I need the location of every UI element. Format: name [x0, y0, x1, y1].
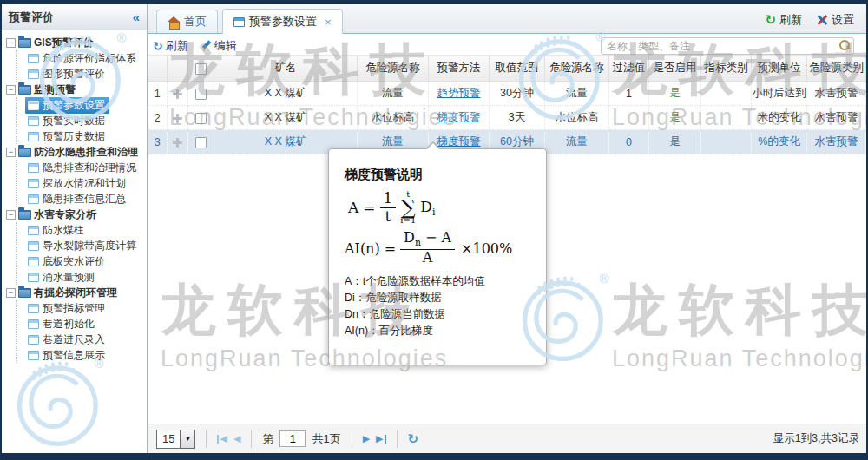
header-mine[interactable]: 矿名 — [214, 56, 358, 82]
tree-item-fracture-zone-height[interactable]: 导水裂隙带高度计算 — [20, 238, 145, 253]
page-icon — [28, 335, 39, 345]
search-box — [601, 37, 854, 55]
tree-item-graphic-warning-eval[interactable]: 图形预警评价 — [20, 66, 145, 82]
tree-collapse-icon[interactable]: − — [6, 288, 16, 298]
header-category[interactable]: 指标类别 — [701, 56, 752, 82]
tools-icon — [816, 14, 828, 26]
gradient-warning-link[interactable]: 梯度预警 — [437, 111, 481, 123]
prev-page-button[interactable]: ◀ — [233, 433, 240, 444]
window-icon — [233, 17, 245, 27]
search-icon[interactable] — [839, 40, 851, 51]
page-icon — [28, 132, 39, 141]
tree-item-roadway-init[interactable]: 巷道初始化 — [20, 316, 145, 332]
page-icon — [28, 163, 39, 173]
tree-item-floor-water-inrush-eval[interactable]: 底板突水评价 — [20, 253, 145, 269]
tree-item-waterproof-coal-pillar[interactable]: 防水煤柱 — [20, 222, 145, 238]
header-type[interactable]: 危险源类别 — [807, 56, 866, 82]
trend-warning-link[interactable]: 趋势预警 — [437, 87, 481, 99]
tab-bar: 首页 预警参数设置 × ↻ 刷新 设置 — [148, 4, 866, 34]
settings-button[interactable]: 设置 — [816, 12, 854, 28]
page-icon — [28, 351, 39, 360]
tree-item-warning-realtime-data[interactable]: 预警实时数据 — [20, 113, 145, 128]
tree-item-warning-indicator-mgmt[interactable]: 预警指标管理 — [20, 300, 145, 316]
header-method[interactable]: 预警方法 — [429, 56, 490, 82]
page-icon — [28, 226, 39, 235]
pagination-bar: 15 ▼ ◀ ◀ 第 共1页 ▶ ▶ ↻ 显示1到3,共3记录 — [148, 424, 866, 453]
last-page-button[interactable]: ▶ — [376, 433, 385, 444]
sidebar-collapse-icon[interactable]: « — [133, 10, 140, 24]
header-unit[interactable]: 预测单位 — [752, 56, 807, 82]
row-checkbox[interactable] — [195, 137, 207, 148]
refresh-button[interactable]: ↻ 刷新 — [765, 12, 802, 28]
select-all-checkbox[interactable] — [195, 63, 207, 75]
row-expand-icon[interactable] — [173, 89, 182, 99]
page-number-input[interactable] — [279, 430, 306, 447]
first-page-button[interactable]: ◀ — [217, 433, 227, 444]
folder-icon — [18, 38, 31, 48]
header-range[interactable]: 取值范围 — [490, 56, 545, 82]
table-row[interactable]: 1 X X 煤矿 流量 趋势预警 30分钟 流量 1 是 小时后达到 水害预警 — [148, 82, 866, 106]
tree-item-warning-info-display[interactable]: 预警信息展示 — [20, 347, 145, 363]
header-enabled[interactable]: 是否启用 — [649, 56, 701, 82]
page-icon — [28, 54, 39, 63]
row-expand-icon[interactable] — [173, 138, 182, 148]
header-rownum — [148, 56, 168, 82]
gradient-warning-popup: 梯度预警说明 A = 1t t∑i=1 Di AI(n) = Dn− A A ×… — [328, 148, 547, 365]
pencil-icon — [201, 40, 212, 51]
tree-item-warning-param-settings[interactable]: 预警参数设置 — [20, 97, 145, 113]
tab-home[interactable]: 首页 — [156, 10, 218, 33]
tree-folder-water-hazard-mgmt[interactable]: − 防治水隐患排查和治理 — [6, 144, 145, 160]
tree-collapse-icon[interactable]: − — [6, 148, 16, 157]
page-icon — [28, 69, 39, 79]
tree-folder-water-expert-analysis[interactable]: − 水害专家分析 — [6, 207, 145, 222]
header-hazard2[interactable]: 危险源名称 — [545, 56, 609, 82]
tree-folder-monitor-warning[interactable]: − 监测预警 — [6, 82, 145, 97]
app-window: 预警评价 « − GIS预警评价 危险源评价指标体系 图形预警评价 − — [0, 0, 868, 460]
tree-item-hazard-info-summary[interactable]: 隐患排查信息汇总 — [20, 191, 145, 207]
tree-item-hazard-check-treatment[interactable]: 隐患排查和治理情况 — [20, 160, 145, 175]
sidebar-tree: − GIS预警评价 危险源评价指标体系 图形预警评价 − 监测预警 预警参数设置 — [2, 30, 147, 363]
table-header-row: 矿名 危险源名称 预警方法 取值范围 危险源名称 过滤值 是否启用 指标类别 预… — [148, 56, 866, 82]
next-page-button[interactable]: ▶ — [363, 433, 370, 444]
tree-item-hazard-index-system[interactable]: 危险源评价指标体系 — [20, 50, 145, 66]
record-count-status: 显示1到3,共3记录 — [773, 431, 859, 446]
header-hazard[interactable]: 危险源名称 — [358, 56, 429, 82]
chevron-down-icon: ▼ — [180, 430, 194, 448]
page-icon — [28, 257, 39, 266]
folder-icon — [18, 85, 31, 95]
page-icon — [28, 194, 39, 204]
tree-folder-gis-warning-eval[interactable]: − GIS预警评价 — [6, 35, 145, 50]
tree-collapse-icon[interactable]: − — [6, 38, 16, 48]
tree-folder-excavation-loop-mgmt[interactable]: − 有掘必探闭环管理 — [6, 285, 145, 300]
search-input[interactable] — [601, 37, 854, 55]
tree-item-warning-history-data[interactable]: 预警历史数据 — [20, 128, 145, 144]
grid-edit-button[interactable]: 编辑 — [201, 38, 237, 54]
table-row[interactable]: 2 X X 煤矿 水位标高 梯度预警 3天 水位标高 是 米的变化 水害预警 — [148, 106, 866, 130]
tree-collapse-icon[interactable]: − — [6, 85, 16, 95]
page-icon — [28, 116, 39, 126]
tree-item-roadway-footage-entry[interactable]: 巷道进尺录入 — [20, 332, 145, 347]
page-icon — [28, 101, 39, 110]
tab-warning-param-settings[interactable]: 预警参数设置 × — [222, 9, 343, 34]
grid-refresh-button[interactable]: ↻ 刷新 — [153, 38, 188, 54]
gradient-warning-link[interactable]: 梯度预警 — [437, 135, 481, 148]
header-filter[interactable]: 过滤值 — [609, 56, 649, 82]
formula-legend: A：t个危险源数据样本的均值 Di：危险源取样数据 Dn：危险源当前数据 AI(… — [345, 273, 536, 339]
close-tab-icon[interactable]: × — [325, 16, 332, 29]
window-bottom-border — [0, 453, 868, 460]
page-icon — [28, 273, 39, 282]
row-expand-icon[interactable] — [173, 114, 182, 123]
sidebar-title: 预警评价 — [9, 10, 133, 25]
tree-item-water-exploration-plan[interactable]: 探放水情况和计划 — [20, 175, 145, 191]
page-size-select[interactable]: 15 ▼ — [156, 430, 195, 449]
window-left-border — [0, 0, 2, 460]
row-checkbox[interactable] — [195, 113, 207, 124]
refresh-icon: ↻ — [153, 39, 163, 53]
sidebar-header: 预警评价 « — [2, 4, 147, 30]
refresh-icon: ↻ — [765, 12, 776, 28]
reload-icon[interactable]: ↻ — [408, 431, 419, 447]
tree-collapse-icon[interactable]: − — [6, 210, 16, 220]
tree-item-water-inflow-forecast[interactable]: 涌水量预测 — [20, 269, 145, 285]
row-checkbox[interactable] — [195, 89, 207, 100]
page-icon — [28, 319, 39, 329]
